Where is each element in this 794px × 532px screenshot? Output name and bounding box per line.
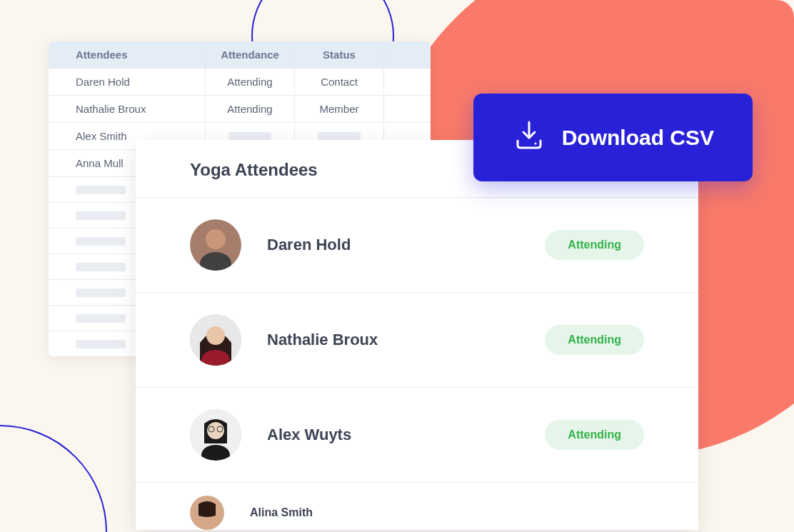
svg-point-4 [206, 326, 225, 345]
status-badge: Attending [545, 325, 644, 355]
list-item[interactable]: Daren Hold Attending [136, 198, 698, 293]
skeleton-placeholder [76, 237, 126, 246]
skeleton-placeholder [76, 288, 126, 297]
avatar [190, 496, 224, 530]
svg-point-7 [207, 422, 224, 439]
cell-status: Contact [295, 69, 384, 95]
attendee-name: Alina Smith [250, 506, 644, 519]
attendee-name: Alex Wuyts [267, 426, 519, 444]
column-header-attendance[interactable]: Attendance [206, 41, 295, 68]
cell-status: Member [295, 96, 384, 122]
column-header-spacer [384, 41, 431, 68]
attendee-name: Daren Hold [267, 236, 519, 254]
skeleton-placeholder [76, 211, 126, 220]
skeleton-placeholder [76, 186, 126, 194]
table-header-row: Attendees Attendance Status [49, 41, 431, 68]
table-row[interactable]: Nathalie Broux Attending Member [49, 95, 431, 122]
cell-attendance: Attending [206, 96, 295, 122]
list-item[interactable]: Nathalie Broux Attending [136, 293, 698, 388]
download-csv-button[interactable]: Download CSV [473, 94, 753, 181]
column-header-status[interactable]: Status [295, 41, 384, 68]
avatar [190, 219, 241, 271]
skeleton-placeholder [228, 132, 271, 141]
svg-point-1 [206, 229, 226, 249]
column-header-attendees[interactable]: Attendees [49, 41, 206, 68]
skeleton-placeholder [76, 314, 126, 323]
skeleton-placeholder [76, 263, 126, 271]
list-item[interactable]: Alina Smith [136, 483, 698, 530]
status-badge: Attending [545, 420, 644, 450]
download-icon [512, 118, 546, 157]
skeleton-placeholder [318, 132, 361, 141]
table-row[interactable]: Daren Hold Attending Contact [49, 68, 431, 95]
skeleton-placeholder [76, 340, 126, 348]
list-item[interactable]: Alex Wuyts Attending [136, 388, 698, 483]
download-button-label: Download CSV [562, 126, 714, 150]
cell-name: Daren Hold [49, 69, 206, 95]
yoga-attendees-panel: Yoga Attendees Daren Hold Attending Nath… [136, 140, 698, 530]
cell-name: Nathalie Broux [49, 96, 206, 122]
cell-attendance: Attending [206, 69, 295, 95]
svg-point-13 [534, 143, 536, 145]
background-ring-bottom [0, 425, 107, 532]
attendee-name: Nathalie Broux [267, 331, 519, 349]
avatar [190, 314, 241, 366]
status-badge: Attending [545, 230, 644, 260]
avatar [190, 409, 241, 461]
